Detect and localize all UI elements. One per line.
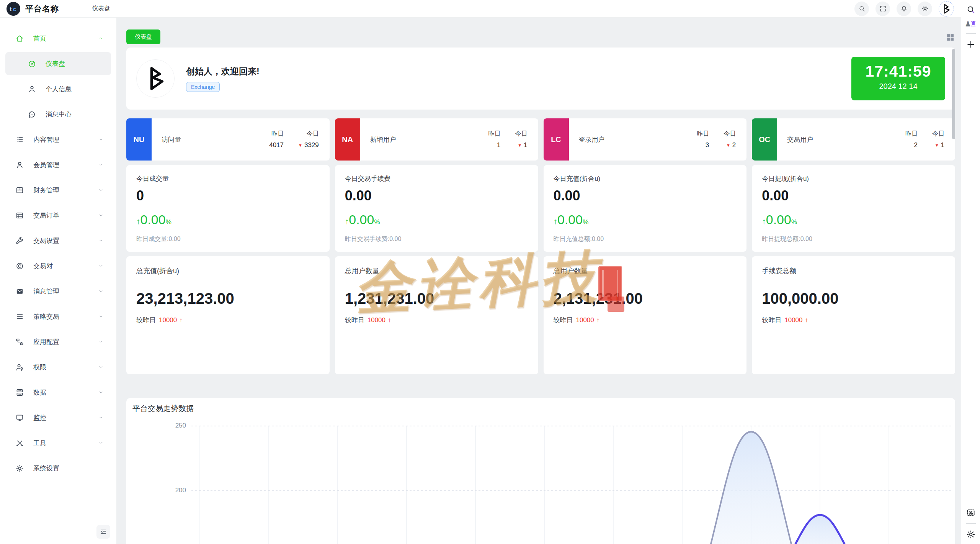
- scrollbar[interactable]: [952, 49, 955, 139]
- sidebar-item-finance[interactable]: 财务管理: [5, 179, 111, 202]
- sidebar-item-label: 个人信息: [46, 85, 72, 93]
- sidebar-item-label: 交易订单: [33, 211, 59, 220]
- arrow-up-icon: ↑: [136, 217, 140, 226]
- triangle-down-icon: ▼: [518, 143, 522, 147]
- layout-grid-icon[interactable]: [946, 33, 955, 42]
- card-value: 100,000.00: [762, 290, 945, 307]
- permission-icon: [15, 363, 24, 372]
- today-value: ▼3329: [298, 141, 319, 149]
- monitor-icon: [15, 413, 24, 422]
- user-avatar[interactable]: [939, 1, 954, 16]
- search-icon: [858, 5, 866, 12]
- wrench-icon: [15, 236, 24, 245]
- breadcrumb: 仪表盘: [92, 5, 110, 13]
- welcome-avatar: [136, 59, 175, 98]
- yesterday-value: 2: [905, 141, 918, 149]
- plus-icon: [966, 39, 976, 49]
- yesterday-label: 昨日: [697, 130, 709, 138]
- bell-icon: [900, 5, 908, 12]
- card-footer: 昨日交易手续费:0.00: [345, 235, 402, 243]
- chevron-up-icon: [96, 36, 105, 41]
- sidebar-item-envelope[interactable]: 消息管理: [5, 280, 111, 303]
- settings-icon: [15, 464, 24, 473]
- card-compare: 较昨日10000↑: [762, 316, 945, 324]
- sidebar-item-label: 应用配置: [33, 338, 59, 346]
- card-percent: ↑0.00%: [762, 212, 945, 227]
- chevron-down-icon: [96, 364, 105, 370]
- sidebar-item-tools[interactable]: 工具: [5, 431, 111, 454]
- sidebar-item-database[interactable]: 数据: [5, 381, 111, 404]
- side-search-button[interactable]: [966, 5, 976, 15]
- sidebar-item-label: 首页: [33, 34, 46, 43]
- sidebar-item-content[interactable]: 内容管理: [5, 128, 111, 151]
- sidebar-item-user[interactable]: 个人信息: [5, 77, 111, 100]
- card-code-badge: NU: [126, 118, 152, 161]
- clock-widget: 17:41:59 2024 12 14: [851, 57, 945, 100]
- yesterday-column: 昨日1: [488, 130, 501, 149]
- card-label: 交易用户: [787, 135, 813, 144]
- card-stats: 昨日1今日▼1: [488, 118, 538, 161]
- sidebar-item-orders[interactable]: 交易订单: [5, 204, 111, 227]
- sidebar-item-permission[interactable]: 权限: [5, 356, 111, 379]
- card-footer: 昨日成交量:0.00: [136, 235, 181, 243]
- arrow-up-icon: ↑: [762, 217, 766, 226]
- total-stat-card: 手续费总额100,000.00较昨日10000↑: [752, 256, 955, 374]
- yesterday-value: 1: [488, 141, 501, 149]
- card-percent: ↑0.00%: [345, 212, 528, 227]
- side-settings-button[interactable]: [966, 529, 976, 539]
- sidebar-item-message[interactable]: 消息中心: [5, 103, 111, 126]
- percent-value: 0.00: [766, 212, 791, 227]
- sidebar-collapse-button[interactable]: [96, 525, 110, 539]
- add-button[interactable]: [966, 39, 976, 49]
- chevron-down-icon: [96, 162, 105, 167]
- sidebar-item-members[interactable]: 会员管理: [5, 153, 111, 176]
- search-button[interactable]: [854, 2, 869, 16]
- percent-value: 0.00: [349, 212, 374, 227]
- triangle-down-icon: ▼: [726, 143, 730, 147]
- fullscreen-button[interactable]: [875, 2, 890, 16]
- sidebar-item-home[interactable]: 首页: [5, 27, 111, 50]
- chevron-down-icon: [96, 238, 105, 243]
- yesterday-column: 昨日2: [905, 130, 918, 149]
- sidebar-item-strategy[interactable]: 策略交易: [5, 305, 111, 328]
- tab-dashboard[interactable]: 仪表盘: [126, 29, 160, 44]
- chevron-down-icon: [96, 339, 105, 344]
- sidebar-item-dashboard[interactable]: 仪表盘: [5, 52, 111, 75]
- sidebar-item-label: 系统设置: [33, 464, 59, 473]
- app-logo-icon: tc: [6, 2, 21, 16]
- chevron-down-icon: [96, 440, 105, 446]
- notifications-button[interactable]: [897, 2, 911, 16]
- chevron-down-icon: [96, 187, 105, 193]
- yesterday-column: 昨日3: [697, 130, 709, 149]
- sidebar-item-wrench[interactable]: 交易设置: [5, 229, 111, 252]
- card-label: 手续费总额: [762, 266, 945, 275]
- members-icon: [15, 161, 24, 169]
- sidebar-item-nodes[interactable]: 应用配置: [5, 330, 111, 353]
- card-label: 今日成交量: [136, 174, 320, 183]
- screenshot-button[interactable]: [966, 508, 976, 518]
- today-label: 今日: [932, 130, 944, 138]
- chart-series-2: [783, 515, 857, 544]
- sidebar-item-monitor[interactable]: 监控: [5, 406, 111, 429]
- card-value: 23,213,123.00: [136, 290, 320, 307]
- chevron-down-icon: [96, 314, 105, 319]
- total-stat-card: 总充值(折合u)23,213,123.00较昨日10000↑: [126, 256, 330, 374]
- sidebar-item-settings[interactable]: 系统设置: [5, 457, 111, 480]
- compare-delta: 10000: [576, 316, 594, 324]
- today-label: 今日: [298, 130, 319, 138]
- sidebar-item-copyright[interactable]: 交易对: [5, 254, 111, 277]
- today-cards-row: 今日成交量0↑0.00%昨日成交量:0.00今日交易手续费0.00↑0.00%昨…: [126, 165, 955, 252]
- today-column: 今日▼2: [724, 130, 736, 149]
- card-label: 今日提现(折合u): [762, 174, 945, 183]
- chess-icon[interactable]: ♟♜: [965, 20, 977, 28]
- settings-button[interactable]: [918, 2, 932, 16]
- overview-card: LC登录用户昨日3今日▼2: [544, 118, 747, 161]
- dashboard-icon: [28, 59, 36, 68]
- chevron-down-icon: [96, 137, 105, 142]
- chevron-down-icon: [96, 390, 105, 395]
- card-label: 总用户数量: [554, 266, 737, 275]
- sidebar-item-label: 消息中心: [46, 110, 72, 119]
- sidebar-item-label: 内容管理: [33, 135, 59, 144]
- percent-value: 0.00: [557, 212, 583, 227]
- chart-series-1: [705, 432, 797, 544]
